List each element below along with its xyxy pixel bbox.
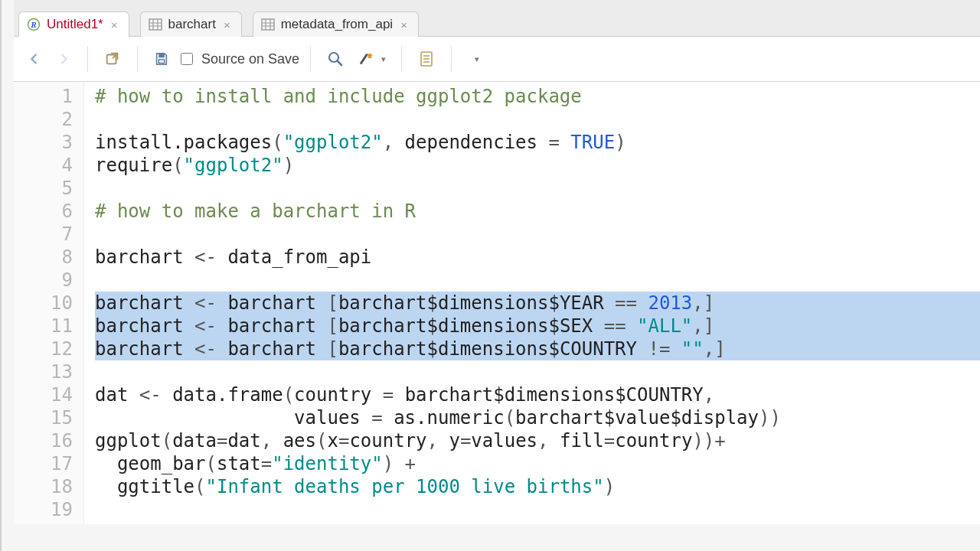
line-number: 15 [14, 406, 73, 429]
code-tools-button[interactable]: ▾ [352, 46, 390, 72]
tab-label: Untitled1 [47, 17, 103, 32]
close-icon[interactable]: × [109, 18, 119, 31]
line-number: 3 [14, 131, 73, 154]
code-line[interactable]: ggplot(data=dat, aes(x=country, y=values… [95, 429, 980, 452]
tab-label: barchart [168, 17, 216, 32]
editor-pane: RUntitled1×barchart×metadata_from_api× S… [2, 0, 980, 524]
line-number: 18 [14, 475, 73, 498]
separator [137, 46, 138, 72]
code-line[interactable] [95, 360, 980, 383]
line-number: 13 [14, 360, 73, 383]
line-number: 10 [14, 292, 73, 315]
show-in-new-window-button[interactable] [99, 46, 126, 72]
table-icon [149, 18, 162, 31]
code-line[interactable]: barchart <- barchart [barchart$dimension… [95, 337, 980, 360]
code-area[interactable]: # how to install and include ggplot2 pac… [84, 82, 980, 524]
code-editor[interactable]: 12345678910111213141516171819 # how to i… [14, 82, 980, 524]
code-line[interactable]: barchart <- data_from_api [95, 246, 980, 269]
tab-metadata-from-api[interactable]: metadata_from_api× [253, 11, 419, 37]
line-number: 19 [14, 498, 73, 521]
separator [451, 46, 452, 72]
line-number: 5 [14, 177, 73, 200]
close-icon[interactable]: × [222, 18, 232, 31]
close-icon[interactable]: × [399, 18, 409, 31]
code-line[interactable] [95, 108, 980, 131]
source-on-save-label: Source on Save [201, 51, 299, 67]
separator [310, 46, 311, 72]
code-line[interactable] [95, 269, 980, 292]
chevron-down-icon: ▾ [381, 54, 386, 64]
line-number: 17 [14, 452, 73, 475]
separator [87, 46, 88, 72]
line-number: 8 [14, 246, 73, 269]
nav-forward-button[interactable] [51, 46, 77, 72]
svg-text:R: R [30, 20, 36, 29]
code-line[interactable]: install.packages("ggplot2", dependencies… [95, 131, 980, 154]
line-number: 9 [14, 269, 73, 292]
tab-barchart[interactable]: barchart× [140, 11, 242, 37]
rscript-icon: R [27, 18, 41, 31]
code-line[interactable]: # how to install and include ggplot2 pac… [95, 85, 980, 108]
code-line[interactable] [95, 177, 980, 200]
code-line[interactable]: geom_bar(stat="identity") + [95, 452, 980, 475]
svg-rect-3 [262, 19, 274, 30]
table-icon [261, 18, 275, 31]
tab-label: metadata_from_api [281, 17, 393, 32]
tab-strip: RUntitled1×barchart×metadata_from_api× [14, 0, 980, 37]
source-on-save-checkbox[interactable] [181, 53, 193, 65]
line-number: 2 [14, 108, 73, 131]
code-line[interactable] [95, 223, 980, 246]
code-line[interactable]: ggtitle("Infant deaths per 1000 live bir… [95, 475, 980, 498]
code-line[interactable]: barchart <- barchart [barchart$dimension… [95, 292, 980, 315]
find-button[interactable] [322, 46, 349, 72]
code-line[interactable]: require("ggplot2") [95, 154, 980, 177]
chevron-down-icon: ▾ [475, 54, 479, 64]
save-button[interactable] [149, 46, 175, 72]
line-number: 16 [14, 429, 73, 452]
code-line[interactable]: # how to make a barchart in R [95, 200, 980, 223]
tab-untitled1[interactable]: RUntitled1× [18, 11, 129, 37]
line-number: 11 [14, 315, 73, 337]
line-number-gutter: 12345678910111213141516171819 [14, 82, 84, 524]
editor-toolbar: Source on Save ▾ ▾ [14, 37, 980, 82]
svg-rect-5 [158, 54, 164, 58]
line-number: 14 [14, 383, 73, 406]
code-line[interactable]: dat <- data.frame(country = barchart$dim… [95, 383, 980, 406]
line-number: 4 [14, 154, 73, 177]
line-number: 6 [14, 200, 73, 223]
separator [401, 46, 402, 72]
code-line[interactable] [95, 498, 980, 521]
code-line[interactable]: values = as.numeric(barchart$value$displ… [95, 406, 980, 429]
line-number: 1 [14, 85, 73, 108]
more-menu-button[interactable]: ▾ [462, 46, 488, 72]
line-number: 12 [14, 337, 73, 360]
compile-report-button[interactable] [413, 46, 440, 72]
line-number: 7 [14, 223, 73, 246]
svg-rect-2 [149, 19, 162, 30]
code-line[interactable]: barchart <- barchart [barchart$dimension… [95, 315, 980, 337]
nav-back-button[interactable] [21, 46, 47, 72]
source-on-save-toggle[interactable]: Source on Save [178, 51, 299, 67]
